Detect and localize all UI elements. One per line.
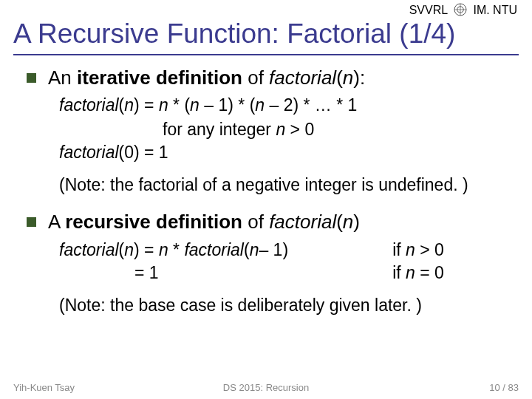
title-rule bbox=[13, 54, 519, 55]
text-ital: n bbox=[124, 95, 134, 115]
text-ital: factorial bbox=[269, 66, 336, 89]
bullet-item-iterative: An iterative definition of factorial(n): bbox=[27, 66, 511, 90]
text-ital: n bbox=[159, 95, 168, 115]
bullet-icon bbox=[27, 217, 36, 227]
text-ital: n bbox=[406, 263, 415, 282]
text: (0) = 1 bbox=[119, 143, 168, 162]
text: > 0 bbox=[415, 240, 444, 259]
text: * ( bbox=[168, 95, 190, 115]
org-right: IM. NTU bbox=[473, 4, 517, 16]
text: ) = bbox=[134, 95, 159, 115]
text: – 1) * ( bbox=[200, 95, 255, 115]
text-ital: factorial bbox=[269, 211, 336, 233]
text: ( bbox=[336, 211, 343, 233]
text: > 0 bbox=[285, 120, 314, 139]
text: ): bbox=[353, 66, 365, 89]
note-iterative: (Note: the factorial of a negative integ… bbox=[59, 174, 511, 197]
text-ital: n bbox=[276, 120, 285, 139]
footer-course: DS 2015: Recursion bbox=[223, 382, 309, 393]
text-ital: n bbox=[406, 240, 415, 259]
recursive-definition: factorial(n) = n * factorial(n– 1) if n … bbox=[59, 239, 511, 284]
iter-line1: factorial(n) = n * (n – 1) * (n – 2) * …… bbox=[59, 94, 511, 117]
text-bold: recursive definition bbox=[65, 211, 242, 233]
bullet-item-recursive: A recursive definition of factorial(n) bbox=[27, 210, 511, 234]
text: if bbox=[392, 240, 406, 259]
iter-line2: for any integer n > 0 bbox=[59, 118, 511, 141]
text-ital: factorial bbox=[59, 240, 119, 259]
text-ital: n bbox=[250, 240, 259, 259]
bullet-text-iterative: An iterative definition of factorial(n): bbox=[48, 66, 365, 90]
text-ital: factorial bbox=[184, 240, 244, 259]
rec-line2-right: if n = 0 bbox=[392, 262, 511, 284]
text-ital: factorial bbox=[59, 143, 119, 162]
footer-author: Yih-Kuen Tsay bbox=[13, 382, 75, 393]
text: A bbox=[48, 211, 65, 233]
text: = 0 bbox=[415, 263, 444, 282]
footer: Yih-Kuen Tsay DS 2015: Recursion 10 / 83 bbox=[0, 382, 532, 393]
text: – 2) * … * 1 bbox=[265, 95, 357, 115]
text-bold: iterative definition bbox=[77, 66, 242, 89]
text-ital: n bbox=[159, 240, 168, 259]
text-ital: n bbox=[343, 211, 353, 233]
text: ( bbox=[336, 66, 343, 89]
text: if bbox=[392, 263, 406, 282]
text: ) = bbox=[134, 240, 159, 259]
text: of bbox=[242, 211, 269, 233]
slide-title: A Recursive Function: Factorial (1/4) bbox=[13, 19, 519, 54]
org-left: SVVRL bbox=[409, 4, 448, 16]
text-ital: n bbox=[124, 240, 134, 259]
at-icon bbox=[454, 3, 467, 19]
rec-line1-left: factorial(n) = n * factorial(n– 1) bbox=[59, 239, 355, 262]
bullet-icon bbox=[27, 73, 36, 83]
text: for any integer bbox=[163, 120, 276, 139]
rec-line2-left: = 1 bbox=[59, 262, 355, 284]
header-org: SVVRL IM. NTU bbox=[13, 3, 519, 19]
rec-line1-right: if n > 0 bbox=[392, 239, 511, 262]
text-ital: n bbox=[255, 95, 265, 115]
text: ( bbox=[244, 240, 250, 259]
iter-line3: factorial(0) = 1 bbox=[59, 141, 511, 164]
bullet-text-recursive: A recursive definition of factorial(n) bbox=[48, 210, 360, 234]
text: * bbox=[168, 240, 185, 259]
slide-content: An iterative definition of factorial(n):… bbox=[0, 55, 532, 317]
text: – 1) bbox=[259, 240, 288, 259]
text: ) bbox=[353, 211, 360, 233]
note-recursive: (Note: the base case is deliberately giv… bbox=[59, 295, 511, 317]
text: An bbox=[48, 66, 77, 89]
text: of bbox=[242, 66, 269, 89]
footer-page: 10 / 83 bbox=[489, 382, 519, 393]
text-ital: n bbox=[190, 95, 200, 115]
text-ital: n bbox=[343, 66, 353, 89]
text-ital: factorial bbox=[59, 95, 119, 115]
